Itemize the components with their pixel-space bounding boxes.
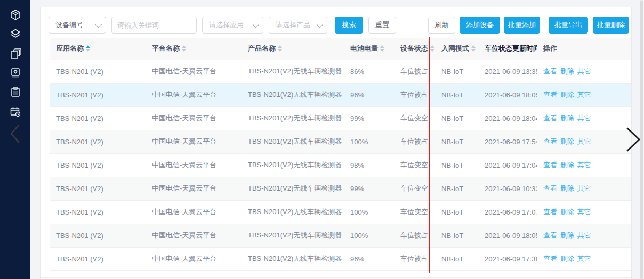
column-header-operations: 操作: [537, 38, 631, 60]
cell-product-name: TBS-N201(V2)无线车辆检测器: [241, 200, 344, 224]
table-row[interactable]: TBS-N201 (V2) 中国电信-天翼云平台 TBS-N201(V2)无线车…: [50, 83, 631, 106]
product-select[interactable]: 请选择产品: [269, 17, 327, 34]
monitor-gear-icon[interactable]: [9, 67, 22, 79]
other-link[interactable]: 其它: [577, 91, 591, 99]
keyword-input-wrap: [111, 17, 197, 34]
cell-device-status: 车位变空: [394, 177, 435, 200]
view-link[interactable]: 查看: [543, 184, 557, 192]
cell-device-status: 车位被占: [394, 83, 435, 106]
cell-platform-name: 中国电信-天翼云平台: [146, 60, 241, 83]
search-button[interactable]: 搜索: [335, 17, 363, 34]
cell-app-name: TBS-N201 (V2): [50, 200, 146, 224]
column-header-slot-status-update-time[interactable]: 车位状态更新时间: [478, 38, 537, 60]
view-link[interactable]: 查看: [543, 114, 557, 122]
sort-icon[interactable]: [380, 45, 384, 52]
sort-icon[interactable]: [278, 45, 282, 52]
delete-link[interactable]: 删除: [560, 114, 574, 122]
other-link[interactable]: 其它: [577, 161, 591, 169]
cell-network-mode: NB-IoT: [435, 247, 478, 270]
cell-network-mode: NB-IoT: [435, 83, 478, 106]
layers-icon[interactable]: [9, 28, 22, 40]
delete-link[interactable]: 删除: [560, 91, 574, 99]
cell-device-status: 车位变空: [394, 200, 435, 224]
other-link[interactable]: 其它: [577, 184, 591, 192]
cell-operations: 查看删除其它: [537, 60, 631, 83]
chevron-right-icon[interactable]: [625, 127, 641, 152]
app-select[interactable]: 请选择应用: [202, 17, 263, 34]
view-link[interactable]: 查看: [543, 137, 557, 145]
sort-icon[interactable]: [471, 45, 476, 52]
cell-network-mode: NB-IoT: [435, 177, 478, 200]
chevron-down-icon: [317, 21, 324, 28]
column-header-platform-name[interactable]: 平台名称: [146, 38, 241, 60]
clipboard-icon[interactable]: [9, 86, 22, 99]
table-row[interactable]: TBS-N201 (V2) 中国电信-天翼云平台 TBS-N201(V2)无线车…: [50, 247, 631, 270]
cell-product-name: TBS-N201(V2)无线车辆检测器: [241, 153, 344, 177]
delete-link[interactable]: 删除: [560, 137, 574, 145]
search-field-value: 设备编号: [55, 20, 83, 30]
cell-app-name: TBS-N201 (V2): [50, 83, 146, 106]
view-link[interactable]: 查看: [543, 161, 557, 169]
table-row[interactable]: TBS-N201 (V2) 中国电信-天翼云平台 TBS-N201(V2)无线车…: [50, 130, 631, 153]
cell-product-name: TBS-N201(V2)无线车辆检测器: [241, 130, 344, 153]
table-row[interactable]: TBS-N201 (V2) 中国电信-天翼云平台 TBS-N201(V2)无线车…: [50, 106, 631, 130]
delete-link[interactable]: 删除: [560, 255, 574, 262]
column-header-device-status[interactable]: 设备状态: [394, 38, 435, 60]
column-header-product-name[interactable]: 产品名称: [241, 38, 344, 60]
delete-link[interactable]: 删除: [560, 161, 574, 169]
delete-link[interactable]: 删除: [560, 231, 574, 239]
copies-icon[interactable]: [9, 47, 22, 60]
column-header-app-name[interactable]: 应用名称: [50, 38, 146, 60]
cell-product-name: TBS-N201(V2)无线车辆检测器: [241, 224, 344, 247]
delete-link[interactable]: 删除: [560, 208, 574, 216]
view-link[interactable]: 查看: [543, 255, 557, 262]
chevron-left-icon[interactable]: [8, 124, 22, 144]
column-header-battery-level[interactable]: 电池电量: [344, 38, 394, 60]
other-link[interactable]: 其它: [577, 67, 591, 75]
cell-platform-name: 中国电信-天翼云平台: [146, 106, 241, 130]
chevron-down-icon: [95, 21, 102, 28]
keyword-input[interactable]: [117, 21, 191, 29]
batch-export-button[interactable]: 批量导出: [549, 17, 588, 34]
reset-button[interactable]: 重置: [368, 17, 396, 34]
search-field-select[interactable]: 设备编号: [49, 17, 106, 34]
app-select-placeholder: 请选择应用: [209, 20, 244, 30]
cell-operations: 查看删除其它: [537, 177, 631, 200]
other-link[interactable]: 其它: [577, 231, 591, 239]
batch-delete-button[interactable]: 批量删除: [593, 17, 629, 34]
cell-battery-level: 86%: [344, 60, 394, 83]
other-link[interactable]: 其它: [577, 208, 591, 216]
delete-link[interactable]: 删除: [560, 67, 574, 75]
divider: [41, 277, 631, 278]
calendar-clock-icon[interactable]: [9, 105, 22, 118]
cell-operations: 查看删除其它: [537, 130, 631, 153]
cell-operations: 查看删除其它: [537, 153, 631, 177]
sort-icon[interactable]: [86, 45, 90, 52]
view-link[interactable]: 查看: [543, 231, 557, 239]
table-row[interactable]: TBS-N201 (V2) 中国电信-天翼云平台 TBS-N201(V2)无线车…: [50, 177, 631, 200]
add-device-button[interactable]: 添加设备: [460, 17, 500, 34]
view-link[interactable]: 查看: [543, 208, 557, 216]
table-row[interactable]: TBS-N201 (V2) 中国电信-天翼云平台 TBS-N201(V2)无线车…: [50, 153, 631, 177]
sort-icon[interactable]: [430, 45, 434, 52]
batch-add-button[interactable]: 批量添加: [504, 17, 540, 34]
sort-icon[interactable]: [182, 45, 186, 52]
other-link[interactable]: 其它: [577, 114, 591, 122]
delete-link[interactable]: 删除: [560, 184, 574, 192]
cell-product-name: TBS-N201(V2)无线车辆检测器: [241, 83, 344, 106]
cube-icon[interactable]: [9, 9, 22, 21]
column-header-network-mode[interactable]: 入网模式: [435, 38, 478, 60]
cell-battery-level: 98%: [344, 153, 394, 177]
cell-product-name: TBS-N201(V2)无线车辆检测器: [241, 106, 344, 130]
other-link[interactable]: 其它: [577, 137, 591, 145]
table-row[interactable]: TBS-N201 (V2) 中国电信-天翼云平台 TBS-N201(V2)无线车…: [50, 224, 631, 247]
refresh-button[interactable]: 刷新: [428, 17, 455, 34]
cell-device-status: 车位被占: [394, 130, 435, 153]
table-row[interactable]: TBS-N201 (V2) 中国电信-天翼云平台 TBS-N201(V2)无线车…: [50, 60, 631, 83]
cell-update-time: 2021-06-09 17:36:10: [478, 247, 537, 270]
view-link[interactable]: 查看: [543, 67, 557, 75]
cell-network-mode: NB-IoT: [435, 200, 478, 224]
view-link[interactable]: 查看: [543, 91, 557, 99]
other-link[interactable]: 其它: [577, 255, 591, 262]
table-row[interactable]: TBS-N201 (V2) 中国电信-天翼云平台 TBS-N201(V2)无线车…: [50, 200, 631, 224]
